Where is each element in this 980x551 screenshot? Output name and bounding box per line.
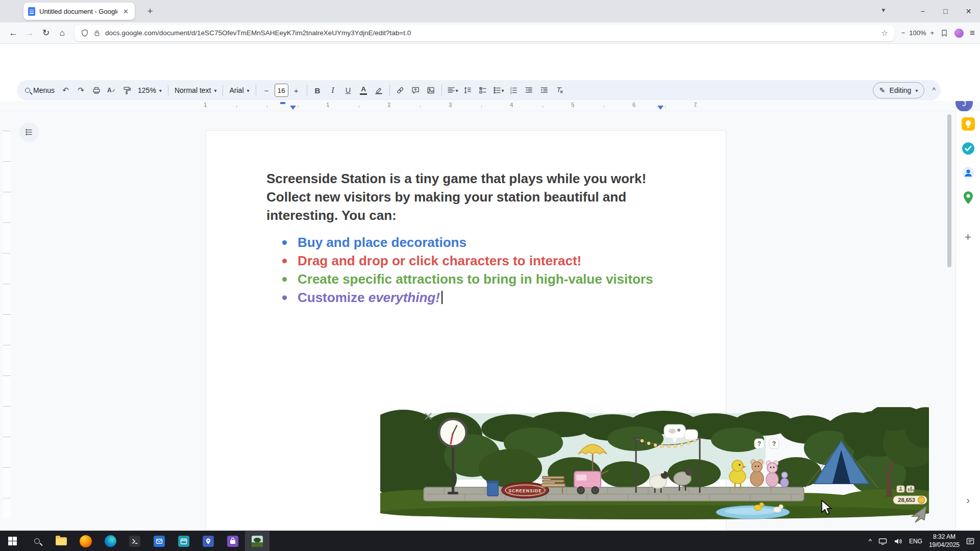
checklist-button[interactable] <box>476 83 491 98</box>
taskbar-search-button[interactable] <box>24 531 49 551</box>
stone-path[interactable] <box>424 487 804 501</box>
spellcheck-button[interactable]: A✓ <box>104 83 119 98</box>
show-outline-button[interactable] <box>19 122 39 142</box>
heading-line: Collect new visitors by making your stat… <box>266 188 653 206</box>
keep-icon[interactable] <box>962 117 975 131</box>
close-button[interactable]: ✕ <box>957 7 980 15</box>
url-bar[interactable]: docs.google.com/document/d/1eSC75OfevTmE… <box>75 25 894 41</box>
browser-tab[interactable]: Untitled document - Google Do ✕ <box>23 3 135 20</box>
hide-menus-button[interactable]: ^ <box>932 86 936 94</box>
highlighter-icon <box>374 86 383 95</box>
text-color-button[interactable]: A <box>356 83 371 98</box>
align-button[interactable]: ▾ <box>445 83 460 98</box>
paragraph-style-select[interactable]: Normal text ▾ <box>172 86 220 94</box>
taskbar: ^ ENG 8:32 AM 19/04/2025 <box>0 531 980 551</box>
decrease-indent-button[interactable] <box>522 83 536 98</box>
mouse-character[interactable] <box>750 460 764 486</box>
zoom-in-icon[interactable]: + <box>930 29 934 37</box>
line-spacing-button[interactable] <box>460 83 475 98</box>
left-indent-marker[interactable] <box>290 106 296 110</box>
child-character[interactable] <box>780 472 789 487</box>
font-select[interactable]: Arial ▾ <box>226 86 252 94</box>
document-text[interactable]: Screenside Station is a tiny game that p… <box>266 169 653 307</box>
tasks-icon[interactable] <box>962 142 975 155</box>
language-indicator[interactable]: ENG <box>909 538 922 545</box>
right-indent-marker[interactable] <box>657 106 664 110</box>
bold-button[interactable]: B <box>310 83 325 98</box>
back-button[interactable]: ← <box>5 26 21 41</box>
tab-close-icon[interactable]: ✕ <box>121 7 130 16</box>
paint-format-button[interactable] <box>119 83 134 98</box>
editing-mode-select[interactable]: ✎ Editing ▾ <box>873 82 925 98</box>
file-explorer-icon[interactable] <box>49 531 74 551</box>
game-scene[interactable]: SCREENSIDE <box>380 407 929 524</box>
taskbar-clock[interactable]: 8:32 AM 19/04/2025 <box>929 533 960 549</box>
edge-icon[interactable] <box>98 531 122 551</box>
firefox-icon[interactable] <box>74 531 98 551</box>
font-size-increase-button[interactable]: + <box>289 83 304 98</box>
maps-app-icon[interactable] <box>196 531 220 551</box>
contacts-icon[interactable] <box>962 166 975 180</box>
screenside-station-game[interactable]: SCREENSIDE <box>380 407 929 524</box>
bulleted-list-button[interactable]: ▾ <box>491 83 506 98</box>
bullet-item: Buy and place decorations <box>266 233 653 252</box>
toolbar-divider <box>442 85 442 96</box>
mail-app-icon[interactable] <box>147 531 172 551</box>
print-button[interactable] <box>89 83 104 98</box>
new-tab-button[interactable]: + <box>143 4 157 18</box>
minimize-button[interactable]: − <box>911 7 934 15</box>
increase-indent-button[interactable] <box>537 83 552 98</box>
start-button[interactable] <box>0 531 24 551</box>
question-bubble[interactable]: ? <box>769 439 779 448</box>
bookmark-star-icon[interactable]: ☆ <box>881 29 888 38</box>
text-color-icon: A <box>360 86 367 95</box>
redo-button[interactable]: ↷ <box>74 83 88 98</box>
insert-link-button[interactable] <box>393 83 408 98</box>
list-tabs-icon[interactable]: ▾ <box>881 6 885 14</box>
add-comment-button[interactable] <box>408 83 423 98</box>
trash-bin[interactable] <box>486 481 499 496</box>
shield-icon[interactable] <box>81 29 89 37</box>
question-bubble[interactable]: ? <box>754 439 764 448</box>
underline-button[interactable]: U <box>341 83 356 98</box>
font-size-input[interactable]: 16 <box>275 84 288 97</box>
insert-image-button[interactable] <box>424 83 438 98</box>
action-center-icon[interactable] <box>966 537 975 545</box>
ruler-ticks <box>206 106 726 108</box>
volume-icon[interactable] <box>894 537 902 545</box>
maximize-button[interactable]: □ <box>934 7 957 15</box>
clear-formatting-button[interactable] <box>552 83 567 98</box>
zoom-out-icon[interactable]: − <box>901 29 905 37</box>
italic-button[interactable]: I <box>326 83 340 98</box>
tray-expand-icon[interactable]: ^ <box>869 537 872 545</box>
account-icon[interactable] <box>954 29 964 38</box>
first-line-indent-marker[interactable] <box>280 102 285 104</box>
tab-title: Untitled document - Google Do <box>39 8 117 15</box>
zoom-level[interactable]: 100% <box>909 29 926 37</box>
screenside-station-app-icon[interactable] <box>245 531 270 551</box>
get-addons-button[interactable]: + <box>965 231 971 244</box>
reload-button[interactable]: ↻ <box>38 26 54 41</box>
undo-button[interactable]: ↶ <box>58 83 73 98</box>
ruler-mark: 5 <box>571 102 574 108</box>
url-text[interactable]: docs.google.com/document/d/1eSC75OfevTmE… <box>105 29 876 37</box>
store-app-icon[interactable] <box>220 531 245 551</box>
forward-button[interactable]: → <box>21 26 38 41</box>
hide-side-panel-icon[interactable]: › <box>966 494 970 506</box>
network-icon[interactable] <box>878 537 887 545</box>
terminal-app-icon[interactable] <box>122 531 147 551</box>
maps-icon[interactable] <box>962 191 974 205</box>
highlight-color-button[interactable] <box>372 83 386 98</box>
heading-line: interesting. You can: <box>266 206 653 224</box>
horizontal-ruler[interactable]: 1 1 2 3 4 5 6 7 <box>0 101 955 111</box>
menu-icon[interactable]: ≡ <box>970 28 975 38</box>
menus-search-button[interactable]: Menus <box>22 86 58 94</box>
pocket-icon[interactable] <box>940 29 948 37</box>
calendar-app-icon[interactable] <box>172 531 196 551</box>
zoom-select[interactable]: 125% ▾ <box>135 86 165 94</box>
vertical-scrollbar[interactable] <box>947 114 951 267</box>
home-button[interactable]: ⌂ <box>54 26 70 41</box>
visitors-button[interactable] <box>897 486 904 492</box>
font-size-decrease-button[interactable]: − <box>259 83 274 98</box>
numbered-list-button[interactable]: 123 <box>506 83 521 98</box>
